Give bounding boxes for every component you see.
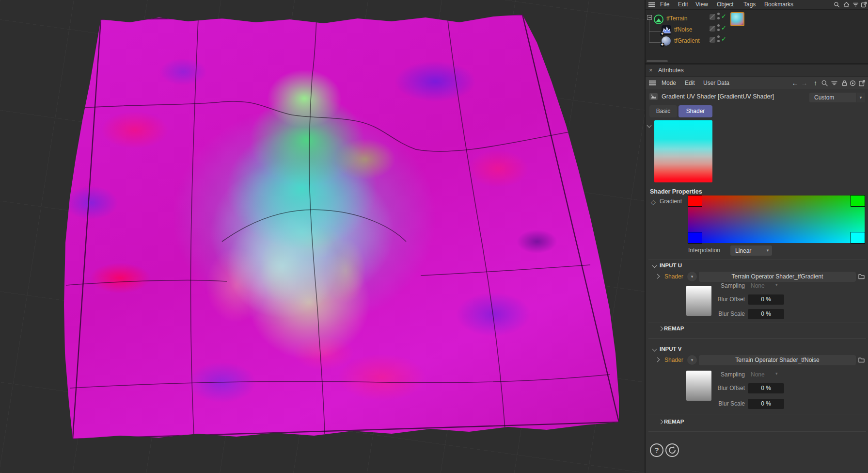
attr-menu-edit[interactable]: Edit: [685, 77, 695, 89]
scrollbar-nub[interactable]: [647, 60, 668, 62]
preset-value: Custom: [809, 94, 834, 101]
attr-menu-user-data[interactable]: User Data: [703, 77, 729, 89]
enabled-check-icon[interactable]: ✓: [721, 13, 726, 19]
menu-file[interactable]: File: [660, 0, 669, 9]
filter-icon[interactable]: [831, 80, 838, 87]
remap-u-header[interactable]: REMAP: [664, 324, 684, 333]
plus-badge-icon: +: [660, 43, 664, 47]
shader-v-label[interactable]: Shader: [664, 355, 683, 365]
gradient-label: Gradient: [660, 198, 682, 205]
tree-label[interactable]: tfGradient: [674, 36, 700, 46]
blur-offset-u-label: Blur Offset: [692, 294, 745, 305]
target-icon[interactable]: [849, 80, 856, 87]
sampling-u-value: None: [751, 281, 765, 291]
sampling-u-label: Sampling: [692, 281, 745, 291]
remap-v-header[interactable]: REMAP: [664, 417, 684, 426]
filter-icon[interactable]: [852, 1, 859, 8]
menu-hamburger-icon[interactable]: [648, 2, 655, 3]
tab-shader[interactable]: Shader: [679, 105, 712, 117]
tree-row-tfnoise[interactable]: + tfNoise ✓: [646, 23, 868, 34]
blur-offset-v-label: Blur Offset: [692, 383, 745, 393]
blur-scale-v-field[interactable]: 0 %: [748, 399, 784, 409]
blur-scale-u-label: Blur Scale: [692, 309, 745, 319]
input-u-collapse-icon[interactable]: [653, 263, 657, 268]
up-arrow-icon[interactable]: ↑: [812, 80, 819, 87]
remap-v-expand-icon[interactable]: [659, 420, 663, 424]
tree-expand-icon[interactable]: [647, 15, 652, 20]
folder-icon[interactable]: [858, 356, 865, 363]
search-icon[interactable]: [821, 80, 828, 87]
visibility-dot-render[interactable]: [717, 29, 720, 31]
menu-edit[interactable]: Edit: [678, 0, 688, 9]
new-window-icon[interactable]: [858, 80, 866, 87]
shader-v-expand-icon[interactable]: [655, 358, 660, 362]
shader-preview[interactable]: [654, 120, 712, 182]
tree-label[interactable]: tfNoise: [674, 25, 692, 34]
gradient-knot-bottom-right[interactable]: [851, 232, 865, 244]
tree-label[interactable]: tfTerrain: [666, 14, 687, 23]
object-title: Gradient UV Shader [GradientUV Shader]: [662, 90, 774, 103]
chevron-down-icon: ▾: [775, 371, 778, 376]
enabled-check-icon[interactable]: ✓: [721, 36, 726, 42]
folder-icon[interactable]: [858, 273, 865, 280]
tab-basic[interactable]: Basic: [649, 105, 677, 117]
object-manager: tfTerrain ✓ + tfNoise ✓ + tfGradient: [646, 10, 868, 63]
shader-u-label[interactable]: Shader: [664, 271, 683, 282]
menu-bookmarks[interactable]: Bookmarks: [764, 0, 793, 9]
visibility-dot-editor[interactable]: [717, 13, 720, 15]
input-v-header[interactable]: INPUT V: [660, 344, 681, 353]
attr-menu-mode[interactable]: Mode: [662, 77, 676, 89]
back-arrow-icon[interactable]: ←: [791, 80, 799, 87]
interpolation-value: Linear: [730, 247, 751, 254]
gradient-knot-top-left[interactable]: [688, 195, 702, 207]
gradient-knot-top-right[interactable]: [851, 195, 865, 207]
lock-icon[interactable]: [841, 80, 848, 87]
help-button[interactable]: ?: [650, 443, 663, 457]
terrain-mesh[interactable]: [62, 14, 620, 441]
input-u-header[interactable]: INPUT U: [660, 261, 682, 270]
shader-v-menu-button[interactable]: ▾: [687, 355, 697, 365]
visibility-dot-editor[interactable]: [717, 24, 720, 27]
menu-view[interactable]: View: [695, 0, 708, 9]
shader-u-expand-icon[interactable]: [655, 274, 660, 278]
panel-title: Attributes: [658, 65, 684, 77]
forward-arrow-icon[interactable]: →: [801, 80, 808, 87]
gradient-knot-bottom-left[interactable]: [688, 232, 702, 244]
edit-toggle-icon[interactable]: [710, 37, 715, 43]
object-manager-menubar: File Edit View Object Tags Bookmarks: [646, 0, 868, 10]
remap-u-expand-icon[interactable]: [659, 326, 663, 331]
close-icon[interactable]: ×: [649, 66, 653, 74]
shader-u-menu-button[interactable]: ▾: [687, 272, 697, 281]
blur-offset-u-field[interactable]: 0 %: [748, 294, 784, 305]
menu-object[interactable]: Object: [717, 0, 734, 9]
tree-row-tfterrain[interactable]: tfTerrain ✓: [646, 12, 868, 23]
edit-toggle-icon[interactable]: [710, 26, 715, 32]
chevron-down-icon: ▾: [763, 245, 772, 256]
visibility-dot-render[interactable]: [717, 40, 720, 42]
new-window-icon[interactable]: [861, 1, 867, 8]
interpolation-label: Interpolation: [688, 245, 720, 256]
blur-offset-v-field[interactable]: 0 %: [748, 383, 784, 393]
sampling-v-label: Sampling: [692, 370, 745, 379]
gradient-2d-editor[interactable]: [688, 196, 865, 243]
home-icon[interactable]: [843, 1, 850, 8]
shader-type-icon: [649, 93, 658, 100]
visibility-dot-render[interactable]: [717, 17, 720, 19]
blur-scale-u-field[interactable]: 0 %: [748, 309, 784, 319]
enabled-check-icon[interactable]: ✓: [721, 25, 726, 31]
input-v-collapse-icon[interactable]: [653, 347, 657, 351]
preview-collapse-icon[interactable]: [647, 123, 652, 128]
visibility-dot-editor[interactable]: [717, 35, 720, 38]
search-icon[interactable]: [834, 1, 840, 8]
shader-v-link-button[interactable]: Terrain Operator Shader_tfNoise: [699, 355, 856, 365]
preset-dropdown[interactable]: Custom ▾: [809, 93, 865, 102]
shader-u-link-button[interactable]: Terrain Operator Shader_tfGradient: [699, 272, 856, 282]
edit-toggle-icon[interactable]: [710, 14, 715, 20]
viewport-3d[interactable]: [0, 0, 645, 473]
attributes-hamburger-icon[interactable]: [649, 81, 656, 82]
tree-row-tfgradient[interactable]: + tfGradient ✓: [646, 34, 868, 46]
reset-button[interactable]: [665, 443, 679, 457]
interpolation-dropdown[interactable]: Linear ▾: [730, 245, 772, 256]
menu-tags[interactable]: Tags: [743, 0, 756, 9]
noise-shader-icon: +: [662, 25, 671, 35]
